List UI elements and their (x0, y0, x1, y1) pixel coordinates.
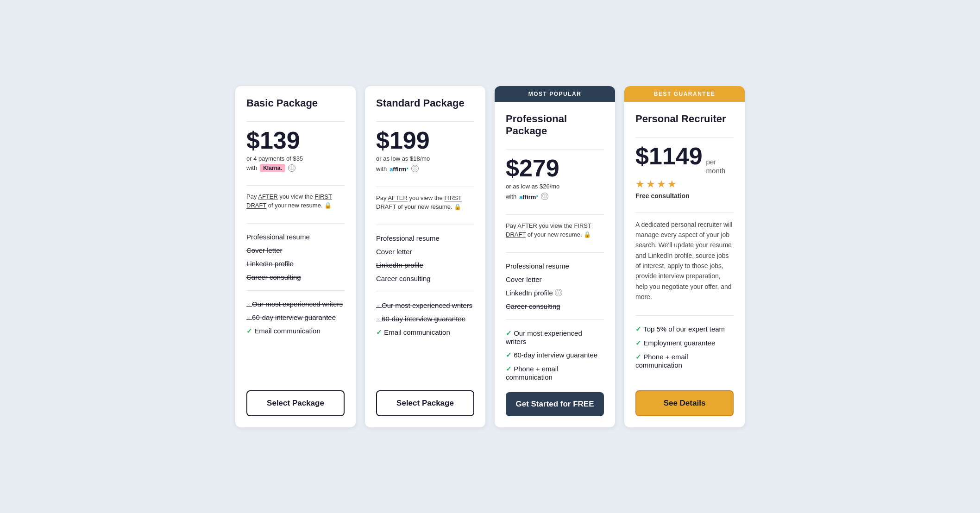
klarna-info-icon[interactable]: ⓘ (288, 164, 295, 172)
professional-first-draft: Pay AFTER you view the FIRST DRAFT of yo… (506, 221, 604, 239)
list-item: Professional resume (506, 259, 604, 273)
list-item: Professional resume (376, 231, 474, 245)
list-item: Cover letter (506, 273, 604, 286)
basic-first-draft: Pay AFTER you view the FIRST DRAFT of yo… (246, 192, 345, 210)
basic-title: Basic Package (246, 97, 345, 109)
standard-first-draft: Pay AFTER you view the FIRST DRAFT of yo… (376, 194, 474, 212)
list-item: Career consulting (246, 270, 345, 284)
linkedin-info-icon[interactable]: ⓘ (555, 289, 562, 296)
star-4: ★ (667, 178, 677, 190)
star-1: ★ (635, 178, 645, 190)
list-item: Career consulting (506, 300, 604, 313)
list-item: LinkedIn profile (246, 257, 345, 270)
list-item: Top 5% of our expert team (635, 322, 734, 336)
affirm-badge: affirm· (389, 164, 408, 174)
list-item: 60-day interview guarantee (376, 312, 474, 325)
card-professional: MOST POPULAR Professional Package $279 o… (495, 86, 615, 427)
list-item: Cover letter (246, 244, 345, 257)
list-item: 60-day interview guarantee (246, 311, 345, 324)
standard-select-button[interactable]: Select Package (376, 390, 474, 416)
standard-title: Standard Package (376, 97, 474, 109)
professional-features: Professional resume Cover letter LinkedI… (506, 259, 604, 384)
list-item: 60-day interview guarantee (506, 348, 604, 362)
standard-payment-note: or as low as $18/mo (376, 155, 474, 162)
star-3: ★ (657, 178, 666, 190)
basic-price: $139 (246, 128, 300, 152)
recruiter-title: Personal Recruiter (635, 113, 734, 125)
star-2: ★ (646, 178, 655, 190)
list-item: Our most experienced writers (246, 297, 345, 311)
affirm-info-icon[interactable]: ⓘ (411, 165, 419, 172)
star-rating: ★ ★ ★ ★ (635, 178, 734, 190)
list-item: Email communication (246, 324, 345, 338)
recruiter-price: $1149 (635, 144, 703, 168)
affirm-badge-pro: affirm· (519, 192, 538, 201)
list-item: Cover letter (376, 245, 474, 258)
klarna-badge: Klarna. (260, 164, 285, 172)
card-standard: Standard Package $199 or as low as $18/m… (365, 86, 485, 427)
list-item: Our most experienced writers (376, 299, 474, 312)
list-item: Our most experienced writers (506, 326, 604, 348)
list-item: Career consulting (376, 272, 474, 285)
card-personal-recruiter: BEST GUARANTEE Personal Recruiter $1149 … (624, 86, 745, 427)
list-item: LinkedIn profile (376, 258, 474, 272)
basic-select-button[interactable]: Select Package (246, 390, 345, 416)
professional-price: $279 (506, 156, 559, 180)
list-item: LinkedIn profile ⓘ (506, 286, 604, 300)
most-popular-badge: MOST POPULAR (495, 86, 615, 102)
basic-payment-note: or 4 payments of $35 (246, 155, 345, 162)
basic-features: Professional resume Cover letter LinkedI… (246, 230, 345, 382)
professional-payment-method: with affirm· ⓘ (506, 192, 604, 201)
best-guarantee-badge: BEST GUARANTEE (624, 86, 745, 102)
recruiter-price-period: permonth (706, 157, 726, 175)
list-item: Phone + email communication (506, 362, 604, 384)
list-item: Phone + email communication (635, 350, 734, 372)
standard-price: $199 (376, 128, 430, 152)
basic-payment-method: with Klarna. ⓘ (246, 164, 345, 172)
consultation-text: Free consultation (635, 192, 734, 200)
list-item: Email communication (376, 325, 474, 339)
professional-payment-note: or as low as $26/mo (506, 183, 604, 190)
card-basic: Basic Package $139 or 4 payments of $35 … (235, 86, 356, 427)
list-item: Professional resume (246, 230, 345, 244)
pricing-grid: Basic Package $139 or 4 payments of $35 … (235, 86, 745, 427)
affirm-info-icon-pro[interactable]: ⓘ (541, 193, 548, 200)
recruiter-details-button[interactable]: See Details (635, 390, 734, 416)
professional-title: Professional Package (506, 113, 604, 137)
professional-cta-button[interactable]: Get Started for FREE (506, 392, 604, 416)
standard-payment-method: with affirm· ⓘ (376, 164, 474, 174)
list-item: Employment guarantee (635, 336, 734, 350)
recruiter-description: A dedicated personal recruiter will mana… (635, 219, 734, 302)
standard-features: Professional resume Cover letter LinkedI… (376, 231, 474, 382)
recruiter-features: Top 5% of our expert team Employment gua… (635, 322, 734, 382)
